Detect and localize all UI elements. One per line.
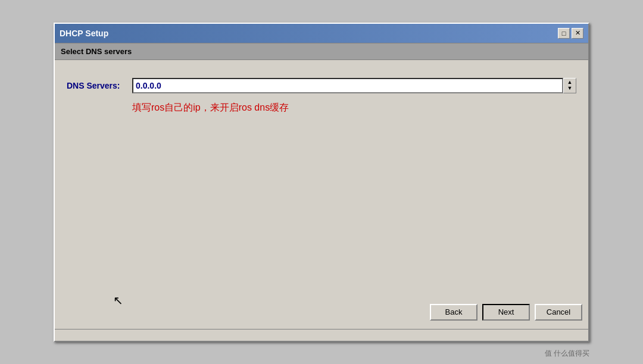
title-bar-controls: □ ✕: [558, 28, 583, 39]
dns-input-wrapper: ▲ ▼: [132, 78, 576, 93]
section-header: Select DNS servers: [55, 43, 588, 60]
title-bar: DHCP Setup □ ✕: [55, 24, 588, 43]
dhcp-setup-dialog: DHCP Setup □ ✕ Select DNS servers DNS Se…: [54, 23, 589, 342]
spinner-up-icon: ▲: [567, 80, 573, 85]
dns-servers-label: DNS Servers:: [67, 81, 126, 90]
watermark: 值 什么值得买: [545, 349, 589, 359]
status-bar: [55, 329, 588, 341]
back-button[interactable]: Back: [430, 304, 477, 321]
section-header-label: Select DNS servers: [61, 47, 132, 56]
dns-servers-input[interactable]: [132, 78, 563, 93]
cancel-button[interactable]: Cancel: [535, 304, 582, 321]
annotation-text: 填写ros自己的ip，来开启ros dns缓存: [132, 102, 576, 114]
minimize-button[interactable]: □: [558, 28, 570, 39]
close-button[interactable]: ✕: [572, 28, 583, 39]
spinner-down-icon: ▼: [567, 86, 573, 91]
dialog-body: DNS Servers: ▲ ▼ 填写ros自己的ip，来开启ros dns缓存: [55, 60, 588, 286]
dns-row: DNS Servers: ▲ ▼: [67, 78, 576, 93]
dialog-title: DHCP Setup: [60, 29, 108, 38]
spinner-control[interactable]: ▲ ▼: [563, 78, 576, 93]
dialog-wrapper: DHCP Setup □ ✕ Select DNS servers DNS Se…: [54, 23, 589, 342]
next-button[interactable]: Next: [482, 304, 530, 321]
button-row: Back Next Cancel: [55, 298, 588, 329]
